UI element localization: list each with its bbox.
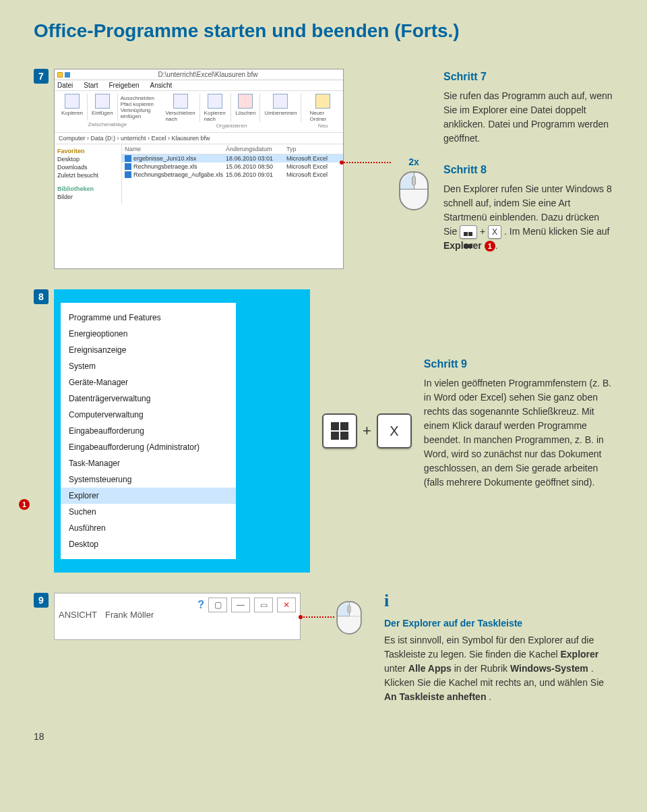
maximize-button[interactable]: ▭ [254, 598, 273, 612]
file-type: Microsoft Excel [286, 155, 328, 162]
ribbon-pfad[interactable]: Pfad kopieren [121, 101, 155, 107]
tab-freigeben[interactable]: Freigeben [109, 82, 139, 89]
ribbon: Kopieren Einfügen Ausschneiden Pfad kopi… [55, 91, 343, 133]
menu-systemsteuerung[interactable]: Systemsteuerung [61, 471, 236, 488]
page-number: 18 [34, 731, 613, 742]
excel-file-icon [125, 155, 131, 162]
winx-menu-screenshot: Programme und Features Energieoptionen E… [54, 289, 310, 573]
key-combo: + X [322, 413, 412, 448]
callout-1-marker: 1 [19, 499, 30, 510]
ribbon-toggle-button[interactable]: ▢ [208, 598, 227, 612]
ribbon-section-zwischenablage: Zwischenablage [57, 121, 158, 128]
move-icon [173, 94, 188, 109]
explorer-filelist: Name Änderungsdatum Typ ergebnisse_Juni1… [122, 144, 343, 204]
callout-line [344, 162, 391, 163]
help-icon[interactable]: ? [197, 599, 204, 611]
step8-text-c: . Im Menü klicken Sie auf [504, 226, 609, 237]
menu-ereignis[interactable]: Ereignisanzeige [61, 342, 236, 358]
menu-ausfuehren[interactable]: Ausführen [61, 520, 236, 536]
copyto-icon [208, 94, 222, 109]
info-bold-2: Alle Apps [408, 663, 452, 674]
info-text-b: unter [384, 663, 408, 674]
sidebar-bibliotheken[interactable]: Bibliotheken [57, 185, 119, 193]
explorer-sidebar: Favoriten Desktop Downloads Zuletzt besu… [55, 144, 122, 204]
info-body: Es ist sinnvoll, ein Symbol für den Expl… [384, 633, 613, 704]
user-name[interactable]: Frank Möller [105, 610, 154, 620]
menu-geraete[interactable]: Geräte-Manager [61, 374, 236, 390]
sidebar-zuletzt[interactable]: Zuletzt besucht [57, 171, 119, 179]
ribbon-einfuegen[interactable]: Einfügen [88, 94, 118, 121]
step9-body: In vielen geöffneten Programmfenstern (z… [424, 376, 613, 490]
ribbon-kopieren-nach[interactable]: Kopieren nach [200, 94, 232, 122]
mouse-doubleclick: 2x [399, 156, 429, 210]
info-bold-1: Explorer [561, 649, 599, 660]
menu-energie[interactable]: Energieoptionen [61, 326, 236, 342]
rename-icon [273, 94, 288, 109]
sidebar-desktop[interactable]: Desktop [57, 155, 119, 163]
tab-ansicht[interactable]: Ansicht [150, 82, 173, 89]
step7-title: Schritt 7 [443, 69, 613, 85]
minimize-button[interactable]: — [231, 598, 250, 612]
ribbon-verschieben[interactable]: Verschieben nach [162, 94, 200, 122]
explorer-tabs: Datei Start Freigeben Ansicht [55, 80, 343, 91]
file-name: Rechnungsbetraege_Aufgabe.xls [133, 171, 194, 178]
ribbon-kopieren[interactable]: Kopieren [57, 94, 88, 121]
sidebar-downloads[interactable]: Downloads [57, 163, 119, 171]
folder-icon [57, 72, 63, 78]
menu-explorer[interactable]: Explorer [61, 488, 236, 504]
step7-body: Sie rufen das Programm auch auf, wenn Si… [443, 89, 613, 146]
menu-suchen[interactable]: Suchen [61, 504, 236, 520]
col-date[interactable]: Änderungsdatum [226, 146, 286, 152]
ribbon-ausschneiden[interactable]: Ausschneiden [121, 95, 155, 101]
badge-8: 8 [34, 289, 49, 304]
breadcrumb[interactable]: Computer › Data (D:) › unterricht › Exce… [55, 133, 343, 144]
mouse-icon [399, 171, 429, 210]
file-row[interactable]: ergebnisse_Juni10.xlsx 18.06.2010 03:01 … [122, 154, 343, 163]
menu-datentraeger[interactable]: Datenträgerverwaltung [61, 390, 236, 407]
sidebar-bilder[interactable]: Bilder [57, 193, 119, 201]
callout-line [301, 616, 334, 619]
menu-computer[interactable]: Computerverwaltung [61, 407, 236, 423]
mouse-2x-label: 2x [408, 156, 419, 167]
menu-system[interactable]: System [61, 358, 236, 374]
step8-title: Schritt 8 [443, 162, 613, 178]
ribbon-neuer-ordner[interactable]: Neuer Ordner [305, 94, 340, 122]
menu-eingabe-admin[interactable]: Eingabeaufforderung (Administrator) [61, 439, 236, 455]
explorer-screenshot: D:\unterricht\Excel\Klausuren bfw Datei … [54, 69, 344, 269]
page-title: Office-Programme starten und beenden (Fo… [34, 20, 613, 42]
menu-desktop[interactable]: Desktop [61, 536, 236, 552]
close-button[interactable]: ✕ [277, 598, 296, 612]
ribbon-loeschen[interactable]: Löschen [231, 94, 260, 122]
windows-key-inline [460, 225, 477, 239]
file-row[interactable]: Rechnungsbetraege_Aufgabe.xls 15.06.2010… [122, 171, 343, 179]
explorer-window-title: D:\unterricht\Excel\Klausuren bfw [55, 69, 343, 80]
step8-body: Den Explorer rufen Sie unter Windows 8 s… [443, 182, 613, 253]
menu-task[interactable]: Task-Manager [61, 455, 236, 471]
info-icon: i [384, 587, 389, 614]
tab-datei[interactable]: Datei [57, 82, 73, 89]
plus-symbol: + [363, 422, 371, 440]
sidebar-favoriten[interactable]: Favoriten [57, 147, 119, 155]
file-row[interactable]: Rechnungsbetraege.xls 15.06.2010 08:50 M… [122, 163, 343, 171]
ribbon-verknuepfung[interactable]: Verknüpfung einfügen [121, 107, 155, 119]
winx-menu: Programme und Features Energieoptionen E… [61, 303, 236, 559]
callout-1-badge: 1 [485, 241, 495, 252]
info-text-c: in der Rubrik [454, 663, 510, 674]
label-loeschen: Löschen [235, 110, 255, 116]
info-bold-4: An Taskleiste anheften [384, 691, 486, 702]
row-step7: 7 D:\unterricht\Excel\Klausuren bfw Date… [34, 69, 613, 269]
file-date: 15.06.2010 08:50 [226, 163, 286, 170]
x-key: X [377, 413, 412, 448]
menu-programme[interactable]: Programme und Features [61, 310, 236, 326]
ribbon-umbenennen[interactable]: Umbenennen [260, 94, 301, 122]
col-type[interactable]: Typ [286, 146, 297, 152]
tab-start[interactable]: Start [84, 82, 98, 89]
file-type: Microsoft Excel [286, 163, 328, 170]
copy-icon [65, 94, 80, 109]
file-name: Rechnungsbetraege.xls [133, 163, 194, 170]
tab-ansicht-label[interactable]: ANSICHT [59, 610, 97, 620]
file-date: 15.06.2010 09:01 [226, 171, 286, 178]
ribbon-section-organisieren: Organisieren [162, 122, 302, 129]
menu-eingabe[interactable]: Eingabeaufforderung [61, 423, 236, 439]
col-name[interactable]: Name [125, 146, 226, 152]
